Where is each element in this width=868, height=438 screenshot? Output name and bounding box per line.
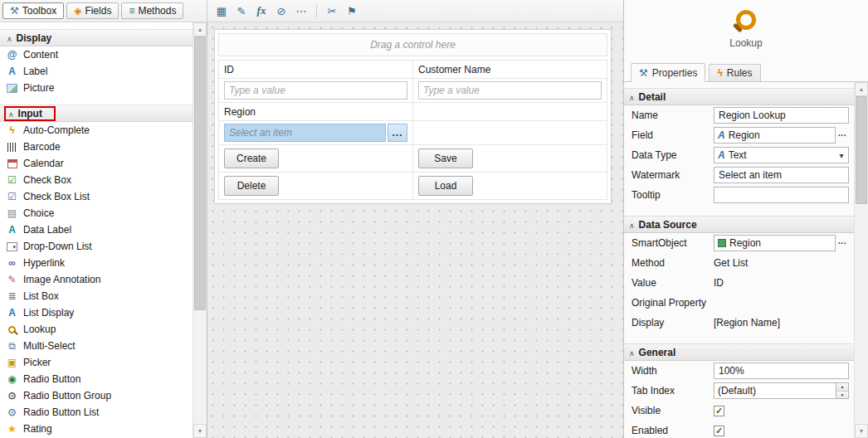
smartobject-value-box[interactable]: Region <box>714 235 836 251</box>
toolbox-item-rating[interactable]: ★Rating <box>0 421 193 437</box>
toolbox-item-radio-button-list[interactable]: ⊙Radio Button List <box>0 404 193 421</box>
datatype-select[interactable]: A Text <box>714 147 849 163</box>
visible-checkbox[interactable]: ✓ <box>714 406 724 416</box>
scroll-down-button[interactable] <box>193 424 207 438</box>
toolbox-item-label: Check Box List <box>23 191 90 202</box>
drop-down-list-icon <box>6 242 18 251</box>
toolbox-item-label: Lookup <box>23 324 56 335</box>
list-box-icon: ≣ <box>6 291 18 301</box>
toolbox-item-label: Check Box <box>23 174 71 186</box>
spinner-up-icon[interactable] <box>836 383 848 392</box>
toolbox-panel: Display@ContentALabelPictureInputϟAuto-C… <box>0 22 207 438</box>
create-button[interactable]: Create <box>224 148 279 168</box>
toolbox-item-content[interactable]: @Content <box>0 46 193 63</box>
tooltip-field[interactable] <box>714 187 849 203</box>
id-textbox[interactable] <box>224 81 407 100</box>
tabindex-spinner[interactable]: (Default) <box>714 382 849 399</box>
toolbox-item-barcode[interactable]: Barcode <box>0 139 193 155</box>
property-row-field: Field A Region <box>624 125 854 145</box>
toolbox-item-label: Data Label <box>23 224 71 236</box>
field-browse-button[interactable] <box>836 129 849 141</box>
empty-cell[interactable] <box>413 121 607 145</box>
watermark-field[interactable] <box>714 167 849 183</box>
properties-icon: ⚒ <box>639 67 648 79</box>
toolbox-section-display[interactable]: Display <box>0 29 193 46</box>
field-value-box[interactable]: A Region <box>714 127 836 144</box>
toolbox-item-choice[interactable]: ▤Choice <box>0 205 193 221</box>
tab-toolbox[interactable]: ⚒ Toolbox <box>2 2 64 19</box>
toolbox-section-input[interactable]: Input <box>0 105 193 122</box>
toolbox-item-radio-button-group[interactable]: ⊙Radio Button Group <box>0 387 193 404</box>
toolbox-item-calendar[interactable]: Calendar <box>0 155 193 172</box>
toolbox-item-check-box[interactable]: ☑Check Box <box>0 172 193 188</box>
id-header-label: ID <box>224 64 234 75</box>
scroll-down-button[interactable] <box>855 424 868 438</box>
cut-icon[interactable]: ✂ <box>323 2 341 19</box>
property-row-method: Method Get List <box>624 253 854 273</box>
spinner-down-icon[interactable] <box>836 392 848 399</box>
toolbox-item-data-label[interactable]: AData Label <box>0 221 193 238</box>
section-header-datasource[interactable]: Data Source <box>624 216 854 233</box>
toolbox-item-image-annotation[interactable]: ✎Image Annotation <box>0 271 193 288</box>
toolbox-item-hyperlink[interactable]: ∞Hyperlink <box>0 255 193 271</box>
toolbox-item-auto-complete[interactable]: ϟAuto-Complete <box>0 122 193 139</box>
tab-methods[interactable]: ≡ Methods <box>121 2 183 19</box>
scrollbar-thumb[interactable] <box>856 96 867 204</box>
property-row-width: Width <box>624 361 854 381</box>
toolbox-item-label: Multi-Select <box>23 340 76 352</box>
rules-icon: ϟ <box>717 67 722 79</box>
tab-rules[interactable]: ϟ Rules <box>709 64 760 81</box>
section-header-detail[interactable]: Detail <box>624 88 854 105</box>
edit-columns-icon[interactable]: ▦ <box>212 2 231 19</box>
toolbox-scrollbar[interactable] <box>193 22 207 438</box>
width-field[interactable] <box>714 363 849 379</box>
expression-icon[interactable]: fx <box>252 2 271 19</box>
scrollbar-thumb[interactable] <box>194 36 206 310</box>
toolbox-item-drop-down-list[interactable]: Drop-Down List <box>0 238 193 255</box>
smartobject-browse-button[interactable] <box>836 237 849 249</box>
scroll-up-button[interactable] <box>193 22 207 36</box>
region-dropdown-selected[interactable]: Select an item <box>224 124 386 142</box>
toolbox-item-list-display[interactable]: AList Display <box>0 304 193 321</box>
choice-icon: ▤ <box>6 208 18 218</box>
property-row-value: Value ID <box>624 273 854 293</box>
toolbox-item-picture[interactable]: Picture <box>0 80 193 96</box>
properties-scrollbar[interactable] <box>854 82 868 438</box>
form-surface[interactable]: Drag a control here ID Customer Name Reg… <box>214 29 612 204</box>
header-cell-id[interactable]: ID <box>219 61 413 79</box>
dropdown-config-button[interactable]: ... <box>388 124 407 142</box>
enabled-label: Enabled <box>631 425 714 436</box>
scroll-up-button[interactable] <box>855 82 868 96</box>
tab-fields[interactable]: ◈ Fields <box>66 2 119 19</box>
method-label: Method <box>631 257 714 269</box>
customer-name-textbox[interactable] <box>418 81 602 100</box>
load-button[interactable]: Load <box>418 176 473 196</box>
toolbox-item-multi-select[interactable]: ⧉Multi-Select <box>0 338 193 354</box>
header-cell-customer-name[interactable]: Customer Name <box>413 61 607 79</box>
more-icon[interactable]: ⋯ <box>292 2 310 19</box>
edit-control-icon[interactable]: ✎ <box>232 2 251 19</box>
region-label: Region <box>224 106 256 118</box>
toolbox-item-list-box[interactable]: ≣List Box <box>0 288 193 304</box>
toolbox-item-label[interactable]: ALabel <box>0 63 193 80</box>
toolbox-item-lookup[interactable]: Lookup <box>0 321 193 338</box>
name-field[interactable] <box>714 107 849 124</box>
section-header-general[interactable]: General <box>624 343 854 361</box>
chevron-down-icon[interactable] <box>835 148 848 163</box>
tab-toolbox-label: Toolbox <box>22 5 56 17</box>
save-button[interactable]: Save <box>418 148 473 168</box>
toolbox-item-check-box-list[interactable]: ☑Check Box List <box>0 188 193 205</box>
empty-cell[interactable] <box>413 103 607 121</box>
cell-region-label[interactable]: Region <box>219 103 413 121</box>
delete-button[interactable]: Delete <box>224 176 279 196</box>
multi-select-icon: ⧉ <box>6 341 18 351</box>
design-canvas[interactable]: Drag a control here ID Customer Name Reg… <box>207 22 623 438</box>
remove-link-icon[interactable]: ⊘ <box>272 2 290 19</box>
tab-properties[interactable]: ⚒ Properties <box>631 63 705 82</box>
enabled-checkbox[interactable]: ✓ <box>714 426 724 436</box>
toolbox-item-radio-button[interactable]: ◉Radio Button <box>0 371 193 387</box>
toolbox-item-label: Rating <box>23 423 52 435</box>
tag-icon[interactable]: ⚑ <box>343 2 361 19</box>
toolbox-item-picker[interactable]: ▣Picker <box>0 354 193 371</box>
toolbox-item-label: Picker <box>23 357 51 368</box>
